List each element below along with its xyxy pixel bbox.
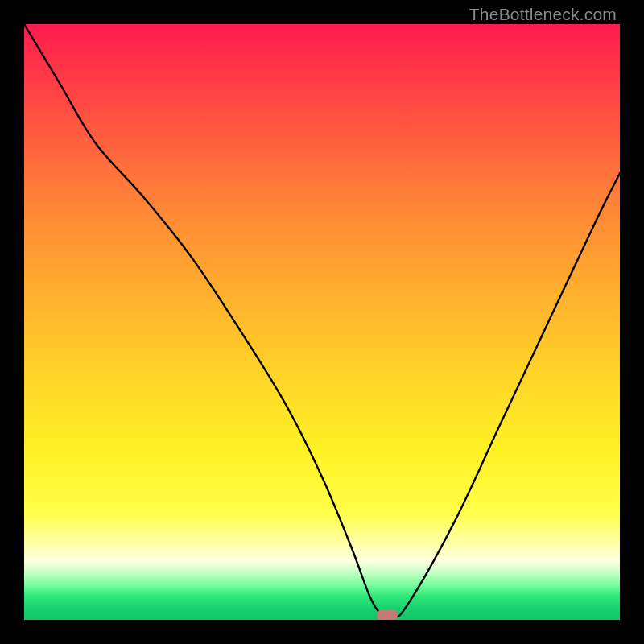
chart-frame: TheBottleneck.com bbox=[0, 0, 644, 644]
bottleneck-curve bbox=[24, 24, 620, 620]
watermark-text: TheBottleneck.com bbox=[469, 5, 617, 24]
plot-area bbox=[24, 24, 620, 620]
optimal-point-marker bbox=[377, 609, 398, 620]
